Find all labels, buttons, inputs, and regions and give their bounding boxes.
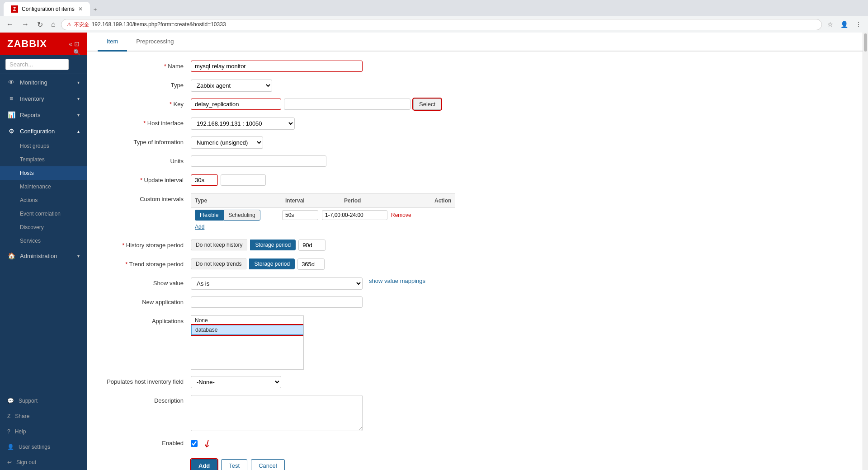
select-button[interactable]: Select	[413, 99, 441, 110]
ci-add-link[interactable]: Add	[195, 224, 204, 230]
tab-item[interactable]: Item	[98, 33, 127, 52]
sidebar-item-services[interactable]: Services	[0, 234, 87, 248]
share-icon: Z	[7, 413, 10, 419]
url-text: 192.168.199.130/items.php?form=create&ho…	[92, 21, 226, 28]
show-value-select[interactable]: As is	[191, 277, 363, 290]
sidebar-item-monitoring[interactable]: 👁 Monitoring ▾	[0, 74, 87, 90]
update-interval-extra-input[interactable]	[221, 174, 266, 186]
cancel-button[interactable]: Cancel	[251, 459, 284, 470]
app-list-item-database[interactable]: database	[191, 325, 303, 335]
enabled-checkbox[interactable]	[191, 440, 198, 447]
search-icon[interactable]: 🔍	[73, 49, 80, 56]
browser-tab-active[interactable]: Z Configuration of items ✕	[4, 2, 90, 16]
menu-button[interactable]: ⋮	[853, 19, 864, 30]
key-extra-input[interactable]	[284, 99, 410, 110]
ci-header-action: Action	[431, 196, 455, 206]
sidebar-item-event-correlation[interactable]: Event correlation	[0, 207, 87, 221]
applications-listbox[interactable]: None database	[191, 315, 304, 370]
ci-scheduling-button[interactable]: Scheduling	[223, 210, 260, 221]
sidebar-item-reports[interactable]: 📊 Reports ▾	[0, 107, 87, 123]
sidebar-item-sign-out[interactable]: ↩ Sign out	[0, 455, 87, 470]
enabled-control-area: ↙	[191, 437, 849, 449]
update-interval-input[interactable]	[191, 174, 218, 186]
collapse-icon[interactable]: «	[69, 40, 72, 47]
name-row: Name	[100, 61, 849, 73]
logo-icons: « ⊡	[69, 40, 80, 47]
trend-value-input[interactable]	[297, 258, 325, 270]
applications-control-area: None database	[191, 315, 849, 370]
type-select[interactable]: Zabbix agent Zabbix agent (active) Simpl…	[191, 80, 272, 92]
trend-no-keep-button[interactable]: Do not keep trends	[191, 258, 246, 269]
scrollbar[interactable]	[863, 33, 868, 470]
new-application-control-area	[191, 296, 849, 308]
tab-preprocessing[interactable]: Preprocessing	[127, 33, 183, 52]
name-input[interactable]	[191, 61, 363, 72]
back-button[interactable]: ←	[4, 19, 16, 30]
key-input[interactable]	[191, 99, 281, 110]
ci-interval-input[interactable]	[282, 210, 318, 220]
account-button[interactable]: 👤	[838, 19, 851, 30]
scrollbar-thumb[interactable]	[864, 33, 867, 52]
host-interface-select[interactable]: 192.168.199.131 : 10050	[191, 118, 295, 130]
bookmark-star-button[interactable]: ☆	[825, 19, 836, 30]
enabled-label: Enabled	[100, 437, 191, 446]
sidebar-item-templates[interactable]: Templates	[0, 153, 87, 166]
expand-icon[interactable]: ⊡	[74, 40, 80, 47]
sidebar-item-discovery[interactable]: Discovery	[0, 221, 87, 234]
forward-button[interactable]: →	[19, 19, 32, 30]
tab-title: Configuration of items	[22, 6, 75, 12]
arrow-annotation: ↙	[201, 436, 214, 451]
test-button[interactable]: Test	[221, 459, 247, 470]
ci-remove-link[interactable]: Remove	[391, 212, 411, 218]
trend-storage-period-button[interactable]: Storage period	[249, 258, 295, 269]
ci-header-period: Period	[340, 196, 431, 206]
address-bar[interactable]: ⚠ 不安全 192.168.199.130/items.php?form=cre…	[61, 19, 822, 30]
sidebar-item-user-settings[interactable]: 👤 User settings	[0, 439, 87, 455]
add-button[interactable]: Add	[191, 459, 217, 470]
show-value-label: Show value	[100, 277, 191, 287]
history-value-input[interactable]	[298, 240, 326, 251]
sidebar-item-support[interactable]: 💬 Support	[0, 393, 87, 409]
description-control-area	[191, 395, 849, 431]
new-tab-button[interactable]: +	[90, 2, 101, 16]
host-interface-row: Host interface 192.168.199.131 : 10050	[100, 118, 849, 130]
reload-button[interactable]: ↻	[34, 19, 46, 31]
show-value-mappings-link[interactable]: show value mappings	[369, 277, 425, 284]
tab-close-button[interactable]: ✕	[78, 6, 83, 12]
reports-icon: 📊	[7, 111, 15, 118]
history-storage-label: History storage period	[100, 240, 191, 249]
sidebar-item-host-groups[interactable]: Host groups	[0, 139, 87, 153]
sidebar-item-maintenance[interactable]: Maintenance	[0, 180, 87, 193]
page-tabs: Item Preprocessing	[87, 33, 863, 52]
app-list-none[interactable]: None	[191, 316, 303, 325]
populates-inventory-select[interactable]: -None-	[191, 376, 281, 388]
sidebar-item-hosts[interactable]: Hosts	[0, 166, 87, 180]
populates-inventory-label: Populates host inventory field	[100, 376, 191, 385]
security-warning-text: 不安全	[74, 21, 89, 28]
help-icon: ?	[7, 428, 10, 435]
description-textarea[interactable]	[191, 395, 363, 431]
new-application-input[interactable]	[191, 296, 363, 308]
sidebar-item-share[interactable]: Z Share	[0, 409, 87, 424]
home-button[interactable]: ⌂	[48, 19, 58, 30]
sidebar-item-administration[interactable]: 🏠 Administration ▾	[0, 248, 87, 264]
sidebar-item-actions[interactable]: Actions	[0, 193, 87, 207]
units-input[interactable]	[191, 155, 326, 167]
user-settings-icon: 👤	[7, 444, 14, 450]
ci-flexible-button[interactable]: Flexible	[195, 210, 223, 221]
history-no-keep-button[interactable]: Do not keep history	[191, 240, 247, 250]
inventory-arrow: ▾	[77, 96, 80, 101]
sidebar-item-inventory[interactable]: ≡ Inventory ▾	[0, 90, 87, 107]
type-of-info-select[interactable]: Numeric (unsigned) Numeric (float) Chara…	[191, 136, 263, 149]
sidebar-item-configuration[interactable]: ⚙ Configuration ▴	[0, 123, 87, 139]
logo-text: ZABBIX	[7, 38, 47, 50]
enabled-row: Enabled ↙	[100, 437, 849, 450]
history-storage-period-button[interactable]: Storage period	[250, 240, 296, 250]
sidebar-search-input[interactable]	[5, 59, 69, 70]
sidebar-item-help[interactable]: ? Help	[0, 424, 87, 439]
sidebar-item-monitoring-label: Monitoring	[20, 79, 47, 86]
history-storage-row: History storage period Do not keep histo…	[100, 240, 849, 252]
ci-period-input[interactable]	[322, 210, 387, 220]
app-container: ZABBIX « ⊡ 🔍 👁 Monitoring ▾ ≡ Inventory …	[0, 33, 868, 470]
security-warning: ⚠	[67, 22, 71, 28]
